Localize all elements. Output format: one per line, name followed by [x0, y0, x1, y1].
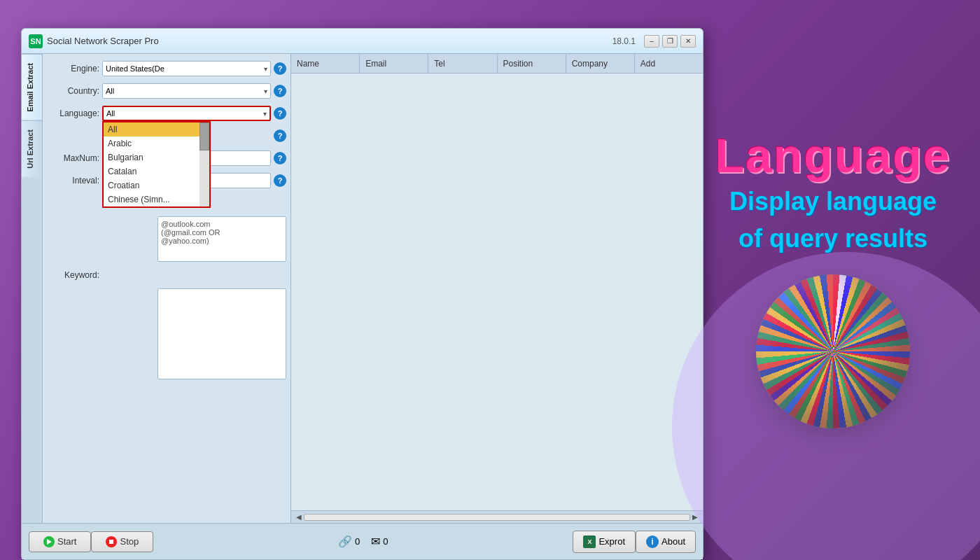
language-select[interactable]: All ▾ — [102, 106, 271, 121]
stop-icon — [106, 536, 117, 547]
domain-textarea[interactable]: @outlook.com (@gmail.com OR @yahoo.com) — [158, 216, 286, 262]
country-row: Country: All ▾ ? — [47, 82, 286, 100]
language-help-button[interactable]: ? — [274, 107, 286, 120]
emails-count: 0 — [383, 536, 388, 547]
email-icon: ✉ — [371, 535, 380, 548]
social-help-button[interactable]: ? — [274, 130, 286, 142]
promo-line1: Display language — [729, 186, 937, 216]
app-title: Social Network Scraper Pro — [47, 36, 159, 46]
engine-help-button[interactable]: ? — [274, 62, 286, 75]
lang-option-bulgarian[interactable]: Bulgarian — [104, 150, 209, 164]
links-status: 🔗 0 — [338, 535, 360, 548]
keyword-section — [47, 288, 286, 517]
keyword-label-row: Keyword: — [47, 266, 286, 284]
inteval-label: Inteval: — [47, 176, 99, 186]
language-dropdown-wrapper: All ▾ All Arabic Bulgarian Catalan Croat… — [102, 106, 271, 121]
country-help-button[interactable]: ? — [274, 85, 286, 97]
domain-spacer — [47, 216, 99, 262]
engine-row: Engine: United States(De ▾ ? — [47, 59, 286, 78]
col-position: Position — [498, 54, 566, 73]
country-chevron-icon: ▾ — [264, 88, 267, 95]
col-tel: Tel — [428, 54, 497, 73]
title-bar-left: SN Social Network Scraper Pro — [29, 34, 159, 48]
col-email: Email — [360, 54, 428, 73]
main-content: Email Extract Url Extract Engine: United… — [22, 54, 703, 523]
lang-option-catalan[interactable]: Catalan — [104, 164, 209, 178]
tab-url-extract[interactable]: Url Extract — [22, 120, 42, 177]
link-icon: 🔗 — [338, 535, 352, 548]
scrollbar-track[interactable] — [304, 514, 690, 521]
app-icon: SN — [29, 34, 43, 48]
inteval-help-button[interactable]: ? — [274, 174, 286, 187]
bottom-bar: Start Stop 🔗 0 ✉ 0 X Exprot i Ab — [22, 523, 703, 559]
country-label: Country: — [47, 86, 99, 96]
status-bar: 🔗 0 ✉ 0 — [338, 535, 388, 548]
col-name: Name — [291, 54, 360, 73]
engine-chevron-icon: ▾ — [264, 65, 267, 73]
engine-select[interactable]: United States(De ▾ — [102, 61, 271, 76]
table-scrollbar: ◀ ▶ — [291, 510, 703, 523]
left-panel: Engine: United States(De ▾ ? Country: Al… — [43, 54, 291, 523]
language-dropdown-menu: All Arabic Bulgarian Catalan Croatian Ch… — [102, 121, 211, 208]
lang-option-all[interactable]: All — [104, 122, 209, 136]
excel-icon: X — [583, 536, 596, 548]
keyword-spacer — [47, 288, 99, 517]
promo-title: Language — [715, 132, 951, 179]
stop-square-icon — [109, 540, 113, 544]
domain-section: @outlook.com (@gmail.com OR @yahoo.com) — [47, 216, 286, 262]
app-window: SN Social Network Scraper Pro 18.0.1 – ❐… — [21, 28, 704, 560]
app-version: 18.0.1 — [612, 36, 636, 46]
export-button[interactable]: X Exprot — [573, 531, 636, 553]
keyword-label: Keyword: — [47, 270, 99, 280]
play-arrow-icon — [47, 539, 52, 545]
maxnum-help-button[interactable]: ? — [274, 152, 286, 164]
info-icon: i — [646, 536, 659, 548]
side-tabs: Email Extract Url Extract — [22, 54, 43, 523]
table-header: Name Email Tel Position Company Add — [291, 54, 703, 74]
lang-option-croatian[interactable]: Croatian — [104, 178, 209, 192]
lang-option-arabic[interactable]: Arabic — [104, 136, 209, 150]
start-icon — [43, 536, 55, 547]
col-company: Company — [566, 54, 635, 73]
stop-button[interactable]: Stop — [91, 531, 153, 552]
engine-label: Engine: — [47, 64, 99, 74]
restore-button[interactable]: ❐ — [662, 35, 678, 48]
promo-line2: of query results — [738, 223, 927, 253]
right-panel: Name Email Tel Position Company Add ◀ ▶ — [291, 54, 703, 523]
language-row: Language: All ▾ All Arabic Bulgarian Cat… — [47, 104, 286, 122]
minimize-button[interactable]: – — [644, 35, 659, 48]
language-scrollbar-thumb — [200, 122, 209, 150]
language-label: Language: — [47, 108, 99, 118]
table-body — [291, 74, 703, 510]
start-button[interactable]: Start — [29, 531, 91, 552]
title-bar-right: 18.0.1 – ❐ ✕ — [612, 35, 696, 48]
emails-status: ✉ 0 — [371, 535, 388, 548]
scroll-left-icon[interactable]: ◀ — [294, 513, 304, 521]
maxnum-label: MaxNum: — [47, 153, 99, 163]
lang-option-chinese-simn[interactable]: Chinese (Simn... — [104, 192, 209, 206]
keyword-textarea[interactable] — [158, 288, 286, 379]
language-scrollbar[interactable] — [200, 122, 209, 206]
country-select[interactable]: All ▾ — [102, 83, 271, 99]
links-count: 0 — [355, 536, 360, 547]
title-bar: SN Social Network Scraper Pro 18.0.1 – ❐… — [22, 29, 703, 54]
tab-email-extract[interactable]: Email Extract — [22, 54, 42, 120]
language-chevron-icon: ▾ — [263, 110, 267, 118]
